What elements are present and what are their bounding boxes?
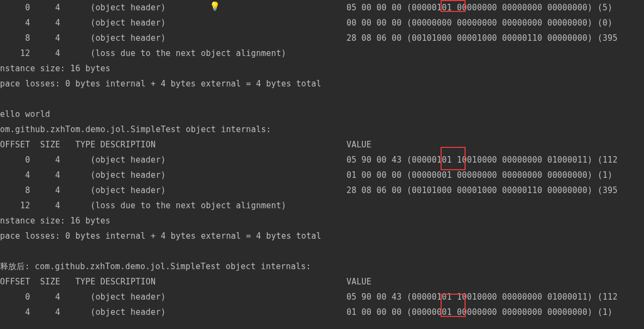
column-header: OFFSET SIZE TYPE DESCRIPTION VALUE — [0, 274, 644, 289]
table-row: 0 4 (object header) 05 90 00 43 (0000010… — [0, 152, 644, 167]
header-line: ello world — [0, 107, 644, 122]
table-row: 0 4 (object header) 05 00 00 00 (0000010… — [0, 0, 644, 15]
table-row: 8 4 (object header) 28 08 06 00 (0010100… — [0, 183, 644, 198]
header-line: 释放后: com.github.zxhTom.demo.jol.SimpleTe… — [0, 259, 644, 274]
table-row: 8 4 (object header) 28 08 06 00 (0010100… — [0, 30, 644, 46]
footer-line: pace losses: 0 bytes internal + 4 bytes … — [0, 228, 644, 244]
footer-line: nstance size: 16 bytes — [0, 61, 644, 76]
table-row: 4 4 (object header) 01 00 00 00 (0000000… — [0, 305, 644, 320]
footer-line — [0, 91, 644, 107]
table-row: 12 4 (loss due to the next object alignm… — [0, 198, 644, 213]
footer-line: nstance size: 16 bytes — [0, 213, 644, 228]
footer-line — [0, 244, 644, 259]
terminal-output: 0 4 (object header) 05 00 00 00 (0000010… — [0, 0, 644, 320]
table-row: 4 4 (object header) 00 00 00 00 (0000000… — [0, 15, 644, 30]
table-row: 0 4 (object header) 05 90 00 43 (0000010… — [0, 289, 644, 305]
footer-line: pace losses: 0 bytes internal + 4 bytes … — [0, 76, 644, 91]
table-row: 4 4 (object header) 01 00 00 00 (0000000… — [0, 167, 644, 183]
lightbulb-icon: 💡 — [209, 0, 220, 14]
header-line: om.github.zxhTom.demo.jol.SimpleTest obj… — [0, 122, 644, 137]
column-header: OFFSET SIZE TYPE DESCRIPTION VALUE — [0, 137, 644, 152]
table-row: 12 4 (loss due to the next object alignm… — [0, 46, 644, 61]
